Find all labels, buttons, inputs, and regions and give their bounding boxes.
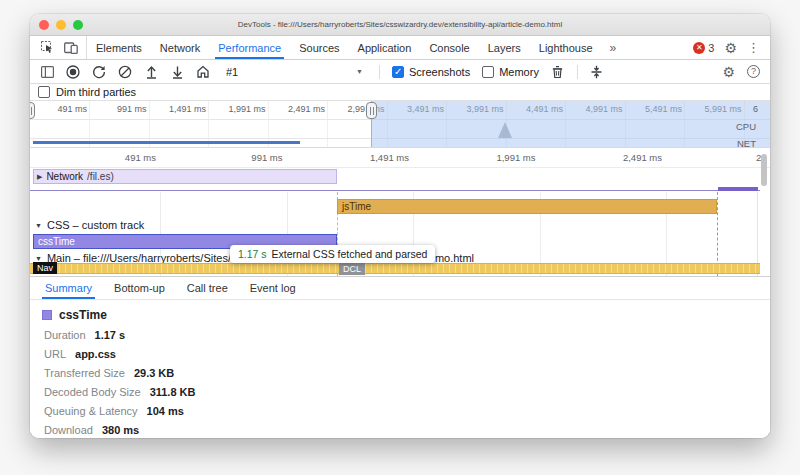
tab-performance[interactable]: Performance <box>209 36 290 59</box>
capture-settings-gear-icon[interactable]: ⚙ <box>722 64 735 80</box>
vertical-scrollbar-thumb[interactable] <box>761 154 767 186</box>
overview-left-drag-handle[interactable] <box>30 102 35 119</box>
details-tab-call-tree[interactable]: Call tree <box>176 277 239 299</box>
memory-checkbox-row[interactable]: Memory <box>482 66 539 78</box>
details-tab-summary[interactable]: Summary <box>34 277 103 299</box>
clear-recordings-icon[interactable] <box>118 65 132 79</box>
summary-rows: Duration1.17 sURLapp.cssTransferred Size… <box>42 329 758 436</box>
recording-history-select[interactable]: #1 ▼ <box>222 66 367 78</box>
dcl-marker-badge: DCL <box>339 263 365 275</box>
ruler-tick-label: 2,491 ms <box>582 152 662 163</box>
tab-lighthouse[interactable]: Lighthouse <box>530 36 602 59</box>
tabbar-left-icons <box>30 36 87 59</box>
css-track-label: CSS – custom track <box>47 219 144 231</box>
help-icon[interactable]: ? <box>747 65 760 78</box>
record-icon[interactable] <box>66 65 80 79</box>
summary-row-value: 104 ms <box>147 405 184 417</box>
tab-sources[interactable]: Sources <box>290 36 348 59</box>
ruler-tick-label: 1,991 ms <box>456 152 536 163</box>
ruler-tick-label: 991 ms <box>203 152 283 163</box>
details-tabbar: SummaryBottom-upCall treeEvent log <box>30 276 770 300</box>
entry-tooltip: 1.17 s External CSS fetched and parsed <box>230 245 435 263</box>
error-icon: ✕ <box>693 42 705 54</box>
collect-garbage-icon[interactable] <box>551 65 565 79</box>
tooltip-duration: 1.17 s <box>238 248 267 260</box>
screenshots-label: Screenshots <box>409 66 470 78</box>
ruler-tick-label: 1,491 ms <box>329 152 409 163</box>
timeline-overview[interactable]: 491 ms991 ms1,491 ms1,991 ms2,491 ms2,99… <box>30 101 770 148</box>
css-custom-track-header[interactable]: ▼ CSS – custom track <box>35 219 144 231</box>
dim-third-parties-label: Dim third parties <box>56 86 136 98</box>
tab-console[interactable]: Console <box>420 36 478 59</box>
summary-row-label: URL <box>44 348 66 360</box>
entry-color-swatch <box>42 310 52 320</box>
tab-network[interactable]: Network <box>151 36 209 59</box>
performance-toolbar: #1 ▼ Screenshots Memory ⚙ ? <box>30 60 770 84</box>
summary-row-queuing-latency: Queuing & Latency104 ms <box>44 405 758 417</box>
network-request-bar[interactable]: ▶ Network /fil.es) <box>33 169 337 184</box>
network-track[interactable]: ▶ Network /fil.es) <box>30 168 770 192</box>
record-and-reload-icon[interactable] <box>92 65 106 79</box>
details-tab-bottom-up[interactable]: Bottom-up <box>103 277 176 299</box>
error-badge[interactable]: ✕ 3 <box>693 42 714 54</box>
dim-third-parties-checkbox[interactable] <box>38 86 50 98</box>
overview-unselected-region <box>371 101 770 147</box>
summary-row-url: URLapp.css <box>44 348 758 360</box>
summary-row-label: Queuing & Latency <box>44 405 138 417</box>
network-track-label: Network <box>46 171 83 182</box>
tab-layers[interactable]: Layers <box>479 36 530 59</box>
summary-row-value: 380 ms <box>102 424 139 436</box>
screenshots-checkbox-row[interactable]: Screenshots <box>392 66 470 78</box>
net-lane-label: NET <box>737 138 756 148</box>
csstime-label: cssTime <box>38 236 75 247</box>
overview-right-drag-handle[interactable] <box>366 102 377 119</box>
summary-row-label: Transferred Size <box>44 367 125 379</box>
jstime-label: jsTime <box>342 201 371 212</box>
more-tabs-chevron-icon[interactable]: » <box>602 36 625 59</box>
save-profile-icon[interactable] <box>170 65 184 79</box>
summary-row-duration: Duration1.17 s <box>44 329 758 341</box>
load-profile-icon[interactable] <box>144 65 158 79</box>
device-toolbar-icon[interactable] <box>64 41 78 55</box>
window-title: DevTools - file:///Users/harryroberts/Si… <box>30 20 770 29</box>
settings-gear-icon[interactable]: ⚙ <box>724 40 737 56</box>
window-titlebar: DevTools - file:///Users/harryroberts/Si… <box>30 14 770 36</box>
tab-application[interactable]: Application <box>349 36 421 59</box>
summary-row-transferred-size: Transferred Size29.3 KB <box>44 367 758 379</box>
more-options-kebab-icon[interactable]: ⋮ <box>747 40 760 55</box>
toolbar-separator <box>379 65 380 79</box>
tab-elements[interactable]: Elements <box>87 36 151 59</box>
disclosure-triangle-icon[interactable]: ▼ <box>35 222 42 229</box>
history-selected-value: #1 <box>226 66 238 78</box>
flame-chart-area[interactable]: jsTime ▼ CSS – custom track cssTime ▼ Ma… <box>30 192 770 276</box>
devtools-tabbar: ElementsNetworkPerformanceSourcesApplica… <box>30 36 770 60</box>
network-request-bar-right[interactable] <box>718 187 758 191</box>
summary-row-value: 1.17 s <box>95 329 126 341</box>
disclosure-triangle-icon[interactable]: ▶ <box>37 173 42 181</box>
toolbar-separator <box>577 65 578 79</box>
cpu-lane-label: CPU <box>736 121 756 132</box>
error-count: 3 <box>708 42 714 54</box>
toolbar-right-icons: ⚙ ? <box>722 64 760 80</box>
summary-row-label: Download <box>44 424 93 436</box>
screenshots-checkbox[interactable] <box>392 66 404 78</box>
network-track-baseline <box>30 190 760 191</box>
toggle-sidebar-icon[interactable] <box>40 65 54 79</box>
nav-marker-badge: Nav <box>33 262 57 274</box>
collapse-tracks-icon[interactable] <box>590 65 604 79</box>
memory-label: Memory <box>499 66 539 78</box>
devtools-window: DevTools - file:///Users/harryroberts/Si… <box>30 14 770 438</box>
disclosure-triangle-icon[interactable]: ▼ <box>35 255 42 262</box>
summary-row-decoded-body-size: Decoded Body Size311.8 KB <box>44 386 758 398</box>
jstime-entry-bar[interactable]: jsTime <box>337 199 717 214</box>
inspect-element-icon[interactable] <box>40 41 54 55</box>
summary-title: cssTime <box>59 308 107 322</box>
details-tab-event-log[interactable]: Event log <box>239 277 307 299</box>
memory-checkbox[interactable] <box>482 66 494 78</box>
network-request-detail: /fil.es) <box>87 171 114 182</box>
summary-row-value: 29.3 KB <box>134 367 174 379</box>
devtools-tabs: ElementsNetworkPerformanceSourcesApplica… <box>87 36 602 59</box>
main-thread-activity-strip[interactable] <box>30 263 760 274</box>
live-metrics-home-icon[interactable] <box>196 65 210 79</box>
desktop-background: DevTools - file:///Users/harryroberts/Si… <box>0 0 800 475</box>
